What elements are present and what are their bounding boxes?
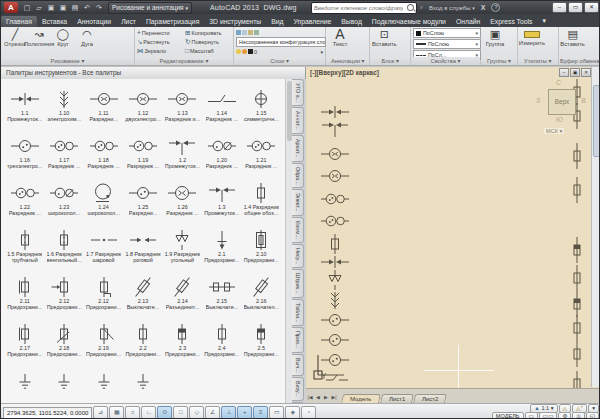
palette-tool-2.15[interactable]: 2.15Выключате...	[202, 273, 241, 320]
viewcube-wcs-menu[interactable]: МСК ▾	[544, 128, 564, 134]
status-toggle-6[interactable]: ◇	[189, 406, 204, 419]
palette-tool-2.12[interactable]: 2.12Предохрани...	[84, 273, 123, 320]
palette-tool-1.5[interactable]: 1.5 Разрядниктрубчатый	[5, 226, 44, 273]
palette-tool-2.4[interactable]: 2.4Предохрани...	[202, 320, 241, 367]
ribbon-tab-Онлайн[interactable]: Онлайн	[451, 16, 485, 27]
maximize-button[interactable]: ▭	[568, 2, 583, 13]
insert-block-button[interactable]: ⊡ Вставить	[372, 28, 396, 56]
palette-tool-1.14[interactable]: 1.14Разрядник ...	[202, 85, 241, 132]
viewcube-face[interactable]: Верх	[548, 89, 576, 115]
minimize-button[interactable]: –	[552, 2, 567, 13]
panel-groups-label[interactable]: Группы ▾	[481, 57, 517, 65]
palette-tool-2.11[interactable]: 2.11Предохрани...	[5, 273, 44, 320]
ribbon-tab-Лист[interactable]: Лист	[116, 16, 141, 27]
перенести-button[interactable]: +Перенести	[137, 28, 183, 37]
palette-tab-[interactable]: Выч...	[292, 354, 304, 377]
ribbon-tab-Главная[interactable]: Главная	[1, 16, 37, 27]
palette-tool-1.25[interactable]: 1.25Разрядни...	[123, 179, 162, 226]
palette-tool-2.19[interactable]: 2.19Предохрани...	[84, 320, 123, 367]
search-input[interactable]	[312, 4, 405, 12]
palette-tool-2.1[interactable]: 2.1Предохрани...	[202, 226, 241, 273]
palette-tool-1.23[interactable]: 1.23широкопол...	[44, 179, 83, 226]
panel-annotation-label[interactable]: Аннотации ▾	[326, 57, 369, 65]
круг-button[interactable]: ◯Круг	[51, 28, 75, 56]
status-toggle-2[interactable]: ⌗	[125, 406, 140, 419]
palette-tool-1.1[interactable]: 1.1Промежуток...	[5, 85, 44, 132]
layout-prev-icon[interactable]: ◀	[314, 391, 322, 403]
paste-button[interactable]: ▤ Вставить	[561, 28, 585, 56]
palette-tab-[interactable]: Табли...	[292, 299, 304, 327]
palette-tab-[interactable]: Визу...	[292, 377, 304, 401]
palette-tool-2.12[interactable]: 2.12Предохрани...	[44, 273, 83, 320]
measure-button[interactable]: Измерить	[520, 28, 544, 56]
layer-props-icon[interactable]	[236, 30, 241, 35]
saveas-icon[interactable]: ▣	[58, 3, 69, 13]
status-toggle-13[interactable]: ▫	[301, 406, 316, 419]
panel-layers-label[interactable]: Слои ▾	[234, 57, 325, 65]
signin-button[interactable]: Вход в службы ▾	[429, 5, 475, 11]
lineweight-combo[interactable]: ПоСлою▾	[413, 39, 481, 49]
palette-tool-1.22[interactable]: 1.22Разрядник ...	[5, 179, 44, 226]
зеркало-button[interactable]: ⋈Зеркало	[137, 46, 183, 55]
text-button[interactable]: А Текст	[328, 28, 352, 56]
palette-tool-ground[interactable]	[84, 367, 123, 403]
palette-tool-1.26[interactable]: 1.26Разрядник ...	[163, 179, 202, 226]
binoculars-icon[interactable]: ⌕	[420, 4, 423, 11]
status-toggle-3[interactable]: ∟	[141, 406, 156, 419]
layer-tools-row[interactable]	[236, 28, 323, 37]
help-search[interactable]	[311, 2, 417, 14]
palette-tool-2.10[interactable]: 2.10Предохрани...	[242, 226, 281, 273]
palette-tool-1.19[interactable]: 1.19Разрядник ...	[123, 132, 162, 179]
palette-tool-1.9[interactable]: 1.9 Разрядникугольный	[163, 226, 202, 273]
layout-tab-Модель[interactable]: Модель	[341, 394, 380, 403]
new-file-icon[interactable]: ▢	[22, 3, 33, 13]
layout-next-icon[interactable]: ▶	[322, 391, 330, 403]
palette-tool-1.21[interactable]: 1.21Разрядник ...	[242, 132, 281, 179]
panel-block-label[interactable]: Блок ▾	[370, 57, 410, 65]
status-toggle-0[interactable]: ⊿	[93, 406, 108, 419]
clean-screen-button[interactable]: ◱	[586, 412, 599, 419]
palette-tab-[interactable]: Элект...	[292, 189, 304, 216]
canvas-scrollbar[interactable]	[591, 67, 600, 387]
palette-tab-[interactable]: УГО в...	[292, 79, 304, 106]
palette-tool-1.10[interactable]: 1.10электрохим...	[44, 85, 83, 132]
layout-tab-Лист1[interactable]: Лист1	[380, 394, 414, 403]
palette-tool-1.15[interactable]: 1.15симметричн...	[242, 85, 281, 132]
palette-tool-2.17[interactable]: 2.17Предохрани...	[5, 320, 44, 367]
ribbon-tab-Подключаемые модули[interactable]: Подключаемые модули	[367, 16, 451, 27]
layer-state-icon[interactable]	[242, 30, 247, 35]
palette-tool-2.2[interactable]: 2.2Предохрани...	[123, 320, 162, 367]
ribbon-tab-Параметризация[interactable]: Параметризация	[141, 16, 204, 27]
layout2-quickview-button[interactable]: ▭▭	[539, 412, 558, 419]
status-toggle-7[interactable]: ∠	[205, 406, 220, 419]
exchange-apps-icon[interactable]: X	[481, 4, 486, 11]
palette-tab-[interactable]: Архит...	[292, 135, 304, 162]
palette-tab-[interactable]: Штрих...	[292, 269, 304, 298]
viewcube-north[interactable]: С	[556, 79, 561, 86]
palette-tool-1.20[interactable]: 1.20Разрядник ...	[202, 132, 241, 179]
drawing-canvas[interactable]: [-][Вверху][2D каркас] – ▣ ✕ С З Верх В …	[306, 67, 600, 403]
palette-tool-1.3[interactable]: 1.3Промежуток...	[202, 179, 241, 226]
palette-tool-1.4[interactable]: 1.4 Разрядникобщее обоз...	[242, 179, 281, 226]
doc-close-button[interactable]: ✕	[581, 68, 591, 77]
palette-tool-1.8[interactable]: 1.8 Разрядникроговой	[123, 226, 162, 273]
status-toggle-5[interactable]: □	[173, 406, 188, 419]
palette-tool-2.14[interactable]: 2.14Разъединит...	[163, 273, 202, 320]
ribbon-tab-3D инструменты[interactable]: 3D инструменты	[204, 16, 266, 27]
open-file-icon[interactable]: ▱	[34, 3, 45, 13]
layout-tab-Лист2[interactable]: Лист2	[413, 394, 447, 403]
search-icon[interactable]	[407, 4, 414, 11]
layer-prev-icon[interactable]	[254, 30, 259, 35]
palette-tool-2.13[interactable]: 2.13Выключате...	[123, 273, 162, 320]
palette-tab-[interactable]: Обра...	[292, 163, 304, 189]
bulb-icon[interactable]	[236, 49, 241, 54]
ribbon-tab-Аннотации[interactable]: Аннотации	[72, 16, 116, 27]
doc-minimize-button[interactable]: –	[559, 68, 569, 77]
ribbon-tab-Вставка[interactable]: Вставка	[37, 16, 72, 27]
palette-tool-1.12[interactable]: 1.12двухэлектро...	[123, 85, 162, 132]
дуга-button[interactable]: ◠Дуга	[75, 28, 99, 56]
autocad-logo[interactable]: A	[4, 2, 18, 13]
undo-icon[interactable]: ↶	[82, 3, 93, 13]
panel-draw-label[interactable]: Рисование ▾	[1, 57, 134, 65]
status-toggle-11[interactable]: ▭	[269, 406, 284, 419]
